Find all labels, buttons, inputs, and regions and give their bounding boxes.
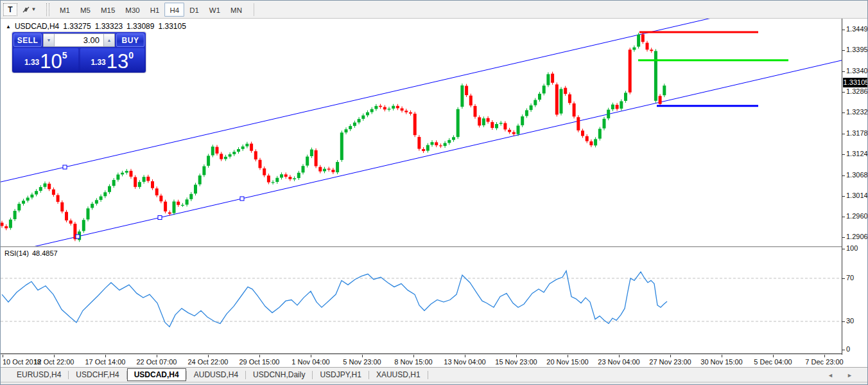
axis-tick — [842, 50, 845, 51]
price-axis-label: 1.33400 — [846, 67, 868, 75]
channel-handle[interactable] — [240, 197, 244, 201]
price-chart-panel[interactable]: ▲ USDCAD,H4 1.33275 1.33323 1.33089 1.33… — [1, 19, 842, 246]
chart-tab-usdchf-h4[interactable]: USDCHF,H4 — [69, 368, 126, 381]
time-tick — [568, 355, 568, 357]
time-tick — [722, 355, 722, 357]
time-axis-label: 12 Oct 22:00 — [34, 358, 74, 366]
time-axis-label: 5 Dec 04:00 — [754, 358, 792, 366]
time-tick — [311, 355, 311, 357]
time-tick — [157, 355, 157, 357]
axis-tick — [842, 112, 845, 113]
axis-tick — [842, 30, 845, 30]
high-value: 1.33323 — [95, 22, 123, 31]
rsi-indicator-label: RSI(14) 48.4857 — [4, 249, 58, 257]
timeframe-button-m30[interactable]: M30 — [120, 3, 144, 17]
axis-tick — [842, 196, 845, 197]
timeframe-button-d1[interactable]: D1 — [184, 3, 204, 17]
volume-increase-button[interactable]: ▲ — [103, 34, 114, 46]
rsi-axis-label: 30 — [846, 317, 854, 325]
price-axis-label: 1.30145 — [846, 192, 868, 199]
sell-price-big: 10 — [40, 52, 62, 71]
dropdown-caret-icon: ▼ — [31, 6, 37, 12]
axis-tick — [842, 237, 845, 238]
timeframe-button-w1[interactable]: W1 — [204, 3, 225, 17]
price-axis-label: 1.32320 — [846, 108, 868, 116]
axis-tick — [842, 321, 845, 322]
buy-price-display[interactable]: 1.33 13 0 — [80, 48, 145, 71]
time-axis-label: 27 Nov 23:00 — [649, 358, 691, 366]
time-tick — [465, 355, 465, 357]
timeframe-toolbar: M1M5M15M30H1H4D1W1MN — [55, 1, 247, 19]
time-tick — [259, 355, 260, 357]
low-value: 1.33089 — [126, 22, 154, 31]
price-axis-label: 1.31780 — [846, 129, 868, 137]
sell-button[interactable]: SELL — [13, 33, 42, 47]
chart-ohlc-title: ▲ USDCAD,H4 1.33275 1.33323 1.33089 1.33… — [6, 22, 186, 31]
text-tool-button[interactable]: T — [3, 3, 17, 16]
time-tick — [824, 355, 825, 357]
timeframe-button-m15[interactable]: M15 — [96, 3, 120, 17]
time-axis-label: 30 Nov 15:00 — [700, 358, 742, 366]
chart-tab-bar: EURUSD,H4USDCHF,H4USDCAD,H4AUDUSD,H4USDC… — [1, 367, 868, 382]
chart-tab-audusd-h4[interactable]: AUDUSD,H4 — [187, 368, 245, 381]
channel-handle[interactable] — [63, 165, 67, 169]
time-axis-label: 23 Nov 04:00 — [598, 358, 639, 366]
timeframe-button-mn[interactable]: MN — [225, 3, 247, 17]
chart-tab-usdcad-h4[interactable]: USDCAD,H4 — [127, 368, 186, 381]
price-axis-label: 1.33955 — [846, 46, 868, 53]
tab-scroll-right-button[interactable]: ► — [847, 372, 853, 379]
axis-tick — [842, 350, 845, 350]
channel-handle[interactable] — [76, 235, 80, 238]
time-axis-label: 5 Nov 23:00 — [343, 358, 381, 366]
time-axis[interactable]: 10 Oct 201812 Oct 22:0017 Oct 14:0022 Oc… — [1, 355, 868, 367]
rsi-canvas[interactable] — [1, 247, 842, 354]
cycle-arrows-tool-button[interactable]: ▼ — [19, 3, 39, 16]
price-axis-label: 1.29605 — [846, 212, 868, 220]
buy-button[interactable]: BUY — [116, 33, 144, 47]
chart-tab-xauusd-h1[interactable]: XAUUSD,H1 — [369, 368, 428, 381]
chart-tab-usdcnh-daily[interactable]: USDCNH,Daily — [246, 368, 312, 381]
sell-price-base: 1.33 — [24, 58, 39, 67]
open-value: 1.33275 — [63, 22, 91, 31]
price-axis-label: 1.32860 — [846, 87, 868, 95]
time-tick — [773, 355, 774, 357]
buy-price-base: 1.33 — [91, 58, 105, 67]
toolbar-grip[interactable] — [46, 3, 49, 16]
current-price-tag: 1.33105 — [843, 78, 868, 87]
rsi-panel[interactable]: RSI(14) 48.4857 — [1, 247, 842, 354]
rsi-value: 48.4857 — [32, 249, 58, 257]
sell-price-display[interactable]: 1.33 10 5 — [13, 48, 78, 71]
time-tick — [208, 355, 209, 357]
rsi-name: RSI(14) — [4, 249, 29, 257]
time-axis-label: 24 Oct 22:00 — [188, 358, 229, 366]
time-tick — [54, 355, 55, 357]
timeframe-button-m1[interactable]: M1 — [55, 3, 75, 17]
channel-lower-line[interactable] — [1, 60, 842, 246]
volume-decrease-button[interactable]: ▼ — [44, 34, 55, 46]
volume-input[interactable] — [55, 34, 103, 46]
rsi-axis-label: 0 — [846, 345, 850, 353]
time-axis-label: 22 Oct 07:00 — [137, 358, 177, 366]
time-tick — [619, 355, 620, 357]
timeframe-button-h1[interactable]: H1 — [145, 3, 165, 17]
tab-scroll-left-button[interactable]: ◄ — [828, 372, 833, 379]
chart-tab-usdjpy-h1[interactable]: USDJPY,H1 — [313, 368, 368, 381]
rsi-axis-label: 70 — [846, 274, 854, 282]
time-tick — [3, 355, 3, 357]
chart-tab-eurusd-h4[interactable]: EURUSD,H4 — [10, 368, 68, 381]
collapse-arrow-icon[interactable]: ▲ — [6, 24, 11, 30]
time-axis-label: 20 Nov 15:00 — [546, 358, 588, 366]
axis-tick — [842, 92, 845, 93]
channel-handle[interactable] — [158, 216, 162, 220]
double-arrow-icon — [22, 6, 30, 13]
rsi-line — [2, 271, 667, 327]
one-click-trading-widget: SELL ▼ ▲ BUY 1.33 10 5 1.33 13 0 — [12, 32, 146, 73]
axis-tick — [842, 249, 845, 249]
status-strip — [1, 382, 868, 385]
timeframe-button-h4[interactable]: H4 — [164, 3, 184, 17]
close-value: 1.33105 — [158, 22, 186, 31]
time-tick — [362, 355, 363, 357]
timeframe-button-m5[interactable]: M5 — [75, 3, 96, 17]
tab-divider — [428, 371, 428, 379]
price-axis[interactable]: 1.344951.339551.334001.328601.323201.317… — [842, 19, 868, 355]
